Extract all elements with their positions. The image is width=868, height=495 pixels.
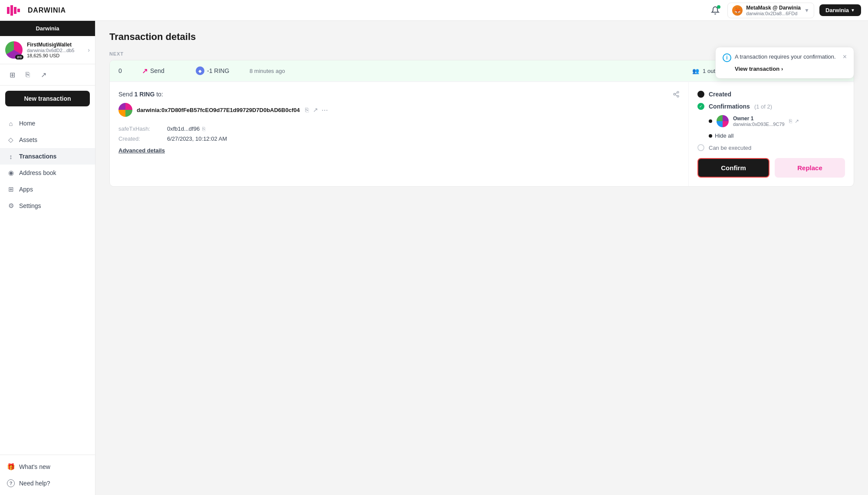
- topbar-right: 🦊 MetaMask @ Darwinia darwinia:0x2Da8...…: [708, 3, 861, 18]
- apps-icon: ⊞: [7, 185, 15, 193]
- copy-icon-button[interactable]: ⎘: [21, 68, 35, 82]
- copy-owner-button[interactable]: ⎘: [789, 118, 792, 124]
- toast-text: A transaction requires your confirmation…: [735, 53, 839, 60]
- new-transaction-button[interactable]: New transaction: [5, 91, 90, 106]
- network-button[interactable]: Darwinia ▼: [819, 4, 861, 16]
- view-transaction-link[interactable]: View transaction ›: [735, 66, 847, 72]
- sidebar-item-assets[interactable]: ◇ Assets: [0, 132, 95, 148]
- transactions-icon: ↕: [7, 152, 15, 160]
- open-owner-button[interactable]: ↗: [795, 118, 799, 124]
- sidebar-item-whats-new[interactable]: 🎁 What's new: [0, 459, 95, 475]
- logo: DARWINIA: [7, 5, 66, 16]
- executed-label: Can be executed: [709, 145, 751, 151]
- share-button[interactable]: [673, 91, 680, 99]
- safe-tx-hash-value: 0xfb1d...df96 ⎘: [167, 125, 205, 132]
- topbar: DARWINIA 🦊 MetaMask @ Darwinia darwinia:…: [0, 0, 868, 21]
- send-amount: 1 RING: [135, 91, 155, 98]
- metamask-account[interactable]: 🦊 MetaMask @ Darwinia darwinia:0x2Da8...…: [727, 3, 814, 18]
- transaction-id: 0: [118, 67, 132, 74]
- hide-all-label: Hide all: [715, 132, 733, 139]
- to-label: to:: [156, 91, 163, 98]
- view-transaction-arrow-icon: ›: [781, 66, 783, 72]
- metamask-info: MetaMask @ Darwinia darwinia:0x2Da8...6F…: [746, 5, 801, 16]
- copy-hash-button[interactable]: ⎘: [202, 126, 205, 132]
- network-label: Darwinia: [825, 7, 849, 13]
- main-layout: Darwinia 2/3 FirstMutisigWallet darwinia…: [0, 21, 868, 495]
- wallet-name: FirstMutisigWallet: [27, 42, 83, 48]
- content-area: Transaction details i A transaction requ…: [95, 21, 868, 495]
- owner-info: Owner 1 darwinia:0xD93E...9C79: [733, 116, 785, 127]
- need-help-icon: ?: [7, 479, 15, 487]
- sidebar-item-home[interactable]: ⌂ Home: [0, 115, 95, 132]
- metamask-chevron-icon: ▼: [804, 7, 809, 13]
- copy-address-button[interactable]: ⎘: [304, 106, 309, 114]
- whats-new-icon: 🎁: [7, 463, 15, 471]
- notification-dot: [717, 5, 720, 9]
- svg-line-8: [675, 92, 677, 94]
- sidebar-item-settings[interactable]: ⚙ Settings: [0, 198, 95, 214]
- sidebar-item-transactions[interactable]: ↕ Transactions: [0, 148, 95, 165]
- metamask-avatar: 🦊: [732, 5, 743, 16]
- advanced-details-link[interactable]: Advanced details: [118, 147, 165, 154]
- transaction-meta: safeTxHash: 0xfb1d...df96 ⎘ Created: 6/2…: [118, 125, 680, 142]
- sidebar-header: Darwinia: [0, 21, 95, 36]
- owner-item: Owner 1 darwinia:0xD93E...9C79 ⎘ ↗: [697, 115, 845, 127]
- transaction-amount-text: -1 RING: [207, 67, 229, 74]
- svg-point-4: [677, 91, 679, 93]
- sidebar-item-settings-label: Settings: [19, 202, 41, 209]
- transaction-card: 0 ↗ Send ◆ -1 RING 8 minutes ago 👥 1 out…: [109, 60, 854, 187]
- replace-button[interactable]: Replace: [775, 158, 845, 178]
- ring-token-icon: ◆: [196, 66, 204, 75]
- sidebar-wallet[interactable]: 2/3 FirstMutisigWallet darwinia:0x6dD2..…: [0, 36, 95, 64]
- darwinia-logo-icon: [7, 5, 24, 16]
- sidebar-item-address-book-label: Address book: [19, 169, 56, 176]
- created-dot: [697, 91, 704, 98]
- export-icon-button[interactable]: ↗: [36, 68, 50, 82]
- metamask-address: darwinia:0x2Da8...6FDd: [746, 11, 801, 16]
- more-options-button[interactable]: ···: [322, 106, 328, 115]
- sidebar-item-whats-new-label: What's new: [19, 463, 50, 470]
- open-address-button[interactable]: ↗: [312, 106, 319, 114]
- sidebar: Darwinia 2/3 FirstMutisigWallet darwinia…: [0, 21, 95, 495]
- hide-all-dot: [709, 134, 712, 138]
- assets-icon: ◇: [7, 136, 15, 144]
- confirmed-dot: ✓: [697, 103, 704, 110]
- owner-avatar: [717, 115, 729, 127]
- transaction-type-label: Send: [150, 67, 164, 74]
- sidebar-icon-row: ⊞ ⎘ ↗: [0, 64, 95, 86]
- sidebar-item-assets-label: Assets: [19, 136, 37, 143]
- hide-all-link[interactable]: Hide all: [697, 132, 845, 139]
- sidebar-item-apps[interactable]: ⊞ Apps: [0, 181, 95, 198]
- home-icon: ⌂: [7, 119, 15, 127]
- sidebar-nav: ⌂ Home ◇ Assets ↕ Transactions ◉ Address…: [0, 112, 95, 455]
- confirm-button[interactable]: Confirm: [697, 158, 769, 178]
- toast-close-button[interactable]: ×: [843, 53, 847, 60]
- transaction-details: Send 1 RING to: darwinia:0x7D80fFeB57fcE…: [110, 82, 854, 186]
- view-transaction-label: View transaction: [735, 66, 779, 72]
- send-to-line: Send 1 RING to:: [118, 91, 680, 98]
- safe-tx-hash-row: safeTxHash: 0xfb1d...df96 ⎘: [118, 125, 680, 132]
- transaction-details-left: Send 1 RING to: darwinia:0x7D80fFeB57fcE…: [110, 82, 689, 186]
- grid-icon-button[interactable]: ⊞: [5, 68, 19, 82]
- sidebar-footer: 🎁 What's new ? Need help?: [0, 455, 95, 495]
- created-value: 6/27/2023, 10:12:02 AM: [167, 135, 227, 142]
- page-title: Transaction details: [109, 31, 854, 43]
- svg-rect-2: [14, 7, 16, 14]
- network-chevron-icon: ▼: [851, 8, 855, 13]
- sidebar-item-address-book[interactable]: ◉ Address book: [0, 165, 95, 181]
- executed-dot: [697, 144, 704, 151]
- toast-header: i A transaction requires your confirmati…: [723, 53, 847, 62]
- notification-button[interactable]: [708, 3, 722, 17]
- wallet-balance: 18,625.90 USD: [27, 53, 83, 58]
- action-buttons: Confirm Replace: [697, 158, 845, 178]
- wallet-chevron-icon: ›: [88, 46, 90, 53]
- sidebar-item-need-help[interactable]: ? Need help?: [0, 475, 95, 492]
- wallet-address: darwinia:0x6dD2...db5: [27, 48, 83, 53]
- confirmations-count: (1 of 2): [754, 103, 772, 110]
- svg-rect-1: [10, 5, 13, 16]
- owner-address: darwinia:0xD93E...9C79: [733, 122, 785, 127]
- svg-rect-0: [7, 7, 10, 14]
- timeline-created: Created: [697, 91, 845, 98]
- transaction-details-right: Created ✓ Confirmations (1 of 2) Owner 1: [689, 82, 854, 186]
- transaction-time: 8 minutes ago: [250, 68, 682, 74]
